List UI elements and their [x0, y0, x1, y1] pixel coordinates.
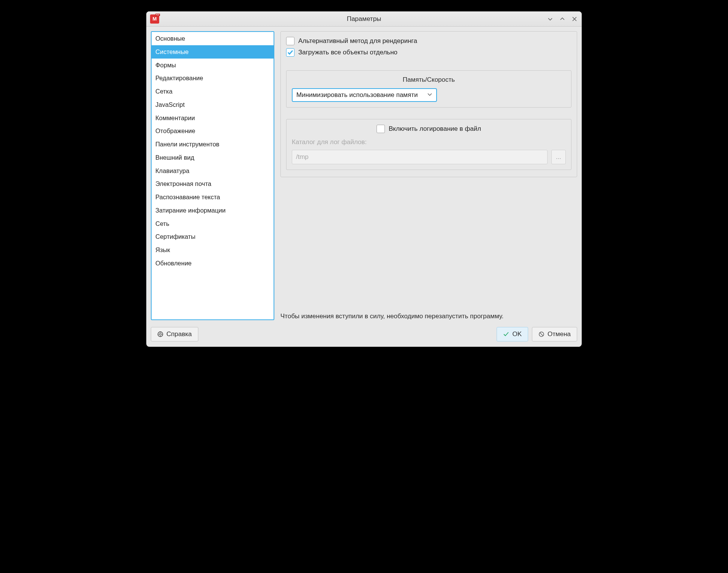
- minimize-button[interactable]: [547, 16, 554, 22]
- check-icon: [287, 49, 293, 56]
- settings-panel: Альтернативный метод для рендеринга Загр…: [280, 31, 577, 320]
- window-controls: [547, 16, 578, 22]
- sidebar-item-forms[interactable]: Формы: [152, 59, 274, 72]
- restart-note: Чтобы изменения вступили в силу, необход…: [280, 305, 577, 320]
- sidebar-item-ocr[interactable]: Распознавание текста: [152, 190, 274, 204]
- logging-group: Включить логирование в файл Каталог для …: [286, 119, 571, 170]
- titlebar: M Параметры: [146, 11, 582, 27]
- sidebar-item-comments[interactable]: Комментарии: [152, 111, 274, 125]
- alt-render-checkbox[interactable]: [286, 37, 294, 45]
- sidebar-item-javascript[interactable]: JavaScript: [152, 98, 274, 111]
- cancel-icon: [538, 331, 544, 337]
- ok-button-label: OK: [512, 330, 522, 338]
- chevron-up-icon: [560, 16, 565, 22]
- browse-log-dir-button[interactable]: ...: [551, 150, 566, 164]
- load-separately-checkbox[interactable]: [286, 48, 294, 57]
- app-icon: M: [150, 14, 159, 24]
- cancel-button-label: Отмена: [548, 330, 571, 338]
- sidebar-item-certificates[interactable]: Сертификаты: [152, 230, 274, 243]
- window-title: Параметры: [347, 15, 381, 23]
- sidebar-item-toolbars[interactable]: Панели инструментов: [152, 138, 274, 151]
- memory-group-title: Память/Скорость: [292, 76, 566, 84]
- logging-checkbox[interactable]: [377, 125, 385, 133]
- settings-window: M Параметры Основные Системные Формы Ред…: [146, 11, 582, 347]
- svg-point-1: [160, 333, 161, 335]
- log-dir-row: ...: [292, 150, 566, 164]
- check-icon: [503, 331, 509, 337]
- memory-mode-select[interactable]: Минимизировать использование памяти: [292, 88, 437, 102]
- sidebar-item-keyboard[interactable]: Клавиатура: [152, 164, 274, 178]
- sidebar-item-redaction[interactable]: Затирание информации: [152, 204, 274, 217]
- sidebar-item-system[interactable]: Системные: [152, 45, 274, 59]
- help-button-label: Справка: [166, 330, 192, 338]
- sidebar-item-language[interactable]: Язык: [152, 243, 274, 257]
- close-button[interactable]: [571, 16, 578, 22]
- sidebar-item-editing[interactable]: Редактирование: [152, 71, 274, 85]
- alt-render-row: Альтернативный метод для рендеринга: [286, 37, 571, 45]
- render-options-group: Альтернативный метод для рендеринга Загр…: [280, 31, 577, 177]
- help-icon: [157, 331, 163, 337]
- category-sidebar: Основные Системные Формы Редактирование …: [151, 31, 274, 320]
- close-icon: [572, 16, 577, 22]
- dialog-body: Основные Системные Формы Редактирование …: [146, 27, 582, 325]
- memory-group: Память/Скорость Минимизировать использов…: [286, 70, 571, 108]
- load-separately-label: Загружать все объекты отдельно: [298, 49, 397, 56]
- sidebar-item-general[interactable]: Основные: [152, 32, 274, 45]
- sidebar-item-email[interactable]: Электронная почта: [152, 177, 274, 190]
- sidebar-item-update[interactable]: Обновление: [152, 257, 274, 270]
- sidebar-item-appearance[interactable]: Внешний вид: [152, 151, 274, 164]
- alt-render-label: Альтернативный метод для рендеринга: [298, 37, 417, 45]
- sidebar-item-grid[interactable]: Сетка: [152, 85, 274, 98]
- cancel-button[interactable]: Отмена: [532, 327, 577, 341]
- maximize-button[interactable]: [559, 16, 566, 22]
- memory-mode-value: Минимизировать использование памяти: [296, 91, 418, 99]
- log-dir-label: Каталог для лог файлов:: [292, 138, 566, 146]
- dialog-footer: Справка OK Отмена: [146, 325, 582, 347]
- sidebar-item-display[interactable]: Отображение: [152, 124, 274, 138]
- chevron-down-icon: [548, 16, 553, 22]
- chevron-down-icon: [427, 91, 432, 99]
- help-button[interactable]: Справка: [151, 327, 198, 341]
- load-separately-row: Загружать все объекты отдельно: [286, 48, 571, 57]
- log-dir-input[interactable]: [292, 150, 548, 164]
- logging-checkbox-label: Включить логирование в файл: [389, 125, 481, 133]
- logging-enable-row: Включить логирование в файл: [292, 125, 566, 133]
- sidebar-item-network[interactable]: Сеть: [152, 217, 274, 230]
- ok-button[interactable]: OK: [497, 327, 528, 341]
